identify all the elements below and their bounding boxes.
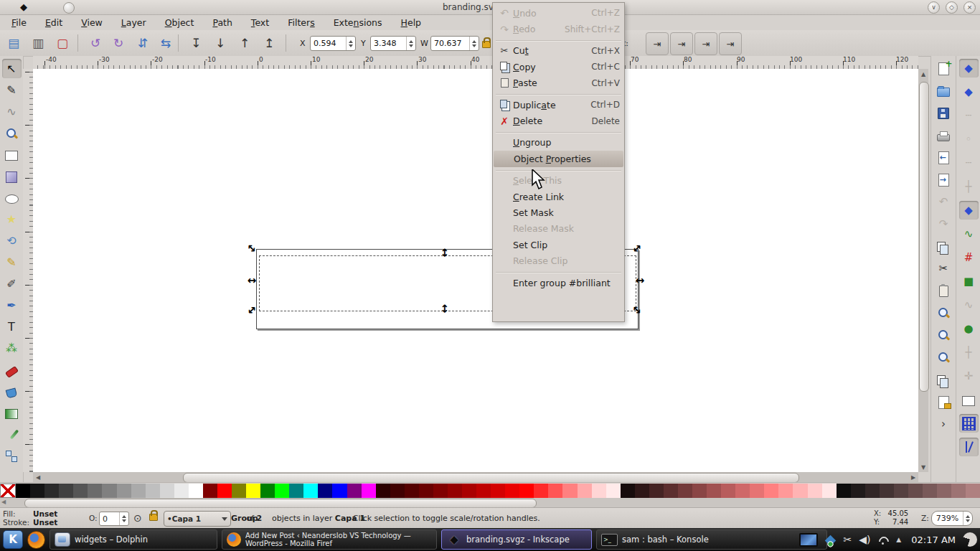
tool-text[interactable]: T	[2, 317, 22, 336]
palette-swatch[interactable]	[419, 484, 433, 498]
tool-calligraphy[interactable]: ✒	[2, 296, 22, 315]
snap-snap-bbox-centers[interactable]: ┼	[959, 177, 979, 196]
snap-snap-object-centers[interactable]: ┼	[959, 343, 979, 362]
palette-swatch[interactable]	[837, 484, 851, 498]
palette-swatch[interactable]	[491, 484, 505, 498]
palette-swatch[interactable]	[146, 484, 160, 498]
tool-paint-bucket[interactable]	[2, 382, 22, 401]
kde-menu-button[interactable]: K	[3, 530, 23, 549]
palette-swatch[interactable]	[534, 484, 548, 498]
snap-snap-enable[interactable]: ◆	[959, 59, 979, 77]
palette-swatch[interactable]	[433, 484, 448, 498]
context-menu-item[interactable]: Copy Ctrl+C	[493, 59, 624, 75]
zoom-field[interactable]: 739%	[931, 511, 973, 526]
firefox-launcher-icon[interactable]	[27, 531, 45, 549]
snap-snap-guides[interactable]	[959, 438, 979, 456]
task-button[interactable]: Add New Post ‹ Neanderslob VS Technology…	[222, 529, 437, 550]
palette-swatch[interactable]	[174, 484, 189, 498]
tool-bezier-pen[interactable]: ✐	[2, 274, 22, 293]
palette-swatch[interactable]	[808, 484, 822, 498]
command-copy[interactable]	[934, 237, 953, 255]
opacity-spinner[interactable]	[119, 512, 128, 525]
toolbar-button-lower-to-bottom[interactable]: ↧	[185, 32, 207, 54]
palette-swatch[interactable]	[606, 484, 621, 498]
desktop-monitor-icon[interactable]	[799, 533, 818, 547]
tool-rectangle[interactable]	[2, 145, 22, 164]
palette-swatch[interactable]	[0, 484, 16, 498]
scroll-down-arrow[interactable]: ▼	[918, 462, 928, 472]
command-new-document[interactable]	[934, 59, 953, 77]
menu[interactable]: Layer	[116, 16, 152, 29]
palette-swatch[interactable]	[880, 484, 894, 498]
vertical-scrollbar-thumb[interactable]	[919, 82, 929, 392]
snap-snap-smooth-nodes[interactable]: ∿	[959, 296, 979, 314]
palette-swatch[interactable]	[735, 484, 750, 498]
task-button[interactable]: >_ sam : bash – Konsole	[596, 529, 827, 550]
layer-select[interactable]: •Capa 1	[164, 511, 231, 527]
x-field[interactable]: 0.594	[310, 36, 356, 51]
palette-swatch[interactable]	[73, 484, 88, 498]
palette-swatch[interactable]	[160, 484, 174, 498]
palette-swatch[interactable]	[908, 484, 923, 498]
command-export[interactable]	[934, 170, 953, 189]
window-button-minimize[interactable]: ∨	[928, 1, 940, 14]
palette-swatch[interactable]	[505, 484, 519, 498]
window-button-close[interactable]: ×	[963, 1, 976, 14]
snap-snap-nodes[interactable]: ◆	[959, 201, 979, 220]
task-button[interactable]: ◆ branding.svgz - Inkscape	[441, 529, 592, 550]
toolbar-button-flip-horizontal[interactable]: ⇆	[155, 32, 176, 54]
palette-swatch[interactable]	[260, 484, 275, 498]
toolbar-button-deselect[interactable]: ▢	[52, 32, 73, 54]
context-menu-item[interactable]: Undo Ctrl+Z	[493, 5, 624, 21]
menu[interactable]: File	[6, 16, 32, 29]
palette-swatch[interactable]	[721, 484, 735, 498]
palette-swatch[interactable]	[332, 484, 347, 498]
scale-handle-w[interactable]: ↔	[246, 275, 258, 286]
menu[interactable]: Edit	[39, 16, 68, 29]
plasma-cashew-icon[interactable]	[963, 532, 977, 547]
palette-swatch[interactable]	[217, 484, 232, 498]
palette-swatch[interactable]	[462, 484, 476, 498]
snap-snap-bbox-edges[interactable]: ┄	[959, 106, 979, 125]
toolbar-button-rotate-cw[interactable]: ↻	[108, 32, 129, 54]
palette-swatch[interactable]	[44, 484, 59, 498]
snap-snap-grids[interactable]	[959, 414, 979, 433]
lock-ratio-icon[interactable]	[482, 41, 491, 48]
palette-swatch[interactable]	[851, 484, 865, 498]
scale-handle-n[interactable]: ↔	[439, 247, 451, 258]
toolbar-button-select-all[interactable]: ▤	[3, 32, 24, 54]
palette-swatch[interactable]	[390, 484, 405, 498]
menu[interactable]: Path	[207, 16, 237, 29]
context-menu-item[interactable]: Duplicate Ctrl+D	[493, 97, 624, 113]
context-menu-item[interactable]: Set Mask	[493, 204, 624, 220]
context-menu-item[interactable]: Paste Ctrl+V	[493, 75, 624, 91]
command-undo[interactable]: ↶	[934, 192, 953, 211]
context-menu-item[interactable]: Cut Ctrl+X	[493, 43, 624, 59]
tool-node-editor[interactable]: ✎	[2, 80, 22, 100]
palette-scrollbar[interactable]: ◀	[0, 498, 980, 507]
palette-swatch[interactable]	[476, 484, 491, 498]
palette-swatch[interactable]	[117, 484, 131, 498]
command-duplicate[interactable]	[934, 370, 953, 389]
snap-snap-paths[interactable]: ∿	[959, 225, 979, 243]
toolbar-button-rotate-ccw[interactable]: ↺	[85, 32, 106, 54]
clock[interactable]: 02:17 AM	[911, 534, 956, 545]
vertical-scrollbar[interactable]: ▲ ▼	[918, 69, 928, 472]
palette-swatch[interactable]	[894, 484, 908, 498]
vertical-ruler[interactable]	[23, 69, 34, 472]
window-button-maximize[interactable]: ◇	[946, 1, 958, 14]
context-menu-item[interactable]: Create Link	[493, 189, 624, 204]
tool-selector[interactable]: ↖	[2, 59, 22, 78]
tool-spray[interactable]: ⁂	[2, 339, 22, 358]
command-expander[interactable]: ›	[934, 415, 953, 433]
tool-spiral[interactable]: ⟲	[2, 231, 22, 250]
palette-swatch[interactable]	[966, 484, 980, 498]
horizontal-ruler[interactable]: -40-30-20-100102030405060708090100110120	[33, 56, 918, 70]
layer-visibility-eye-icon[interactable]: ⊙	[133, 512, 142, 524]
command-print[interactable]	[934, 126, 953, 144]
palette-swatch[interactable]	[692, 484, 707, 498]
palette-swatch[interactable]	[548, 484, 562, 498]
command-cut[interactable]: ✂	[934, 259, 953, 278]
palette-swatch[interactable]	[649, 484, 664, 498]
context-menu-item[interactable]: Enter group #brilliant	[493, 275, 624, 291]
